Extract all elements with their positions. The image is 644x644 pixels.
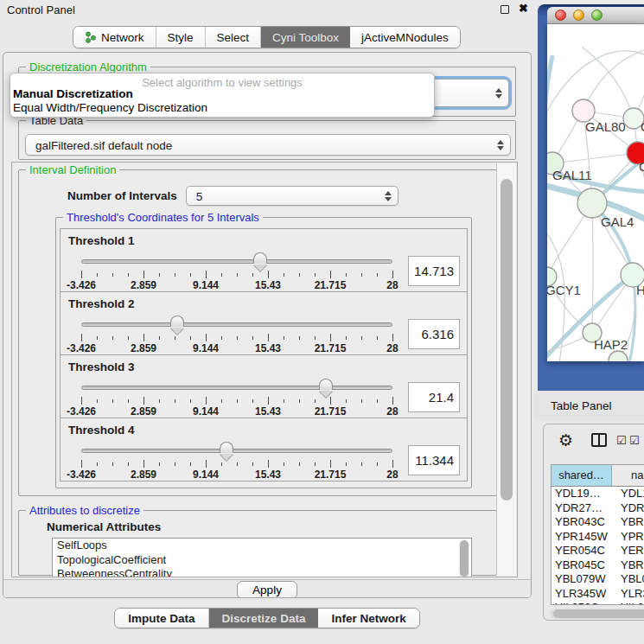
attribute-item-betweennesscentrality[interactable]: BetweennessCentrality (53, 567, 471, 577)
tab-network[interactable]: Network (73, 27, 156, 48)
threshold-value-field[interactable]: 21.4 (408, 382, 460, 412)
table-hscrollbar[interactable] (551, 609, 644, 619)
cell-name: YPR1 (612, 530, 644, 545)
node-table-header: shared… na (552, 465, 644, 487)
slider-thumb[interactable] (170, 316, 184, 327)
discretization-algorithm-title: Discretization Algorithm (26, 61, 150, 73)
apply-button[interactable]: Apply (237, 581, 297, 599)
thresholds-list: Threshold 1-3.4262.8599.14415.4321.71528… (60, 228, 468, 481)
tab-jactivemnodules[interactable]: jActiveMNodules (350, 27, 460, 48)
minimize-window-icon[interactable] (573, 10, 584, 21)
slider-tick-labels: -3.4262.8599.14415.4321.71528 (81, 469, 392, 481)
network-canvas[interactable]: GAL80GAGGAL11GAL4GCY1HHAP2 (547, 24, 644, 361)
node-label: H (636, 283, 644, 297)
gear-icon[interactable]: ⚙ (558, 431, 573, 450)
threshold-value-field[interactable]: 11.344 (408, 445, 460, 475)
cell-shared-name: YPR145W (552, 530, 612, 545)
cyni-bottom-tabs-strip: Impute DataDiscretize DataInfer Network (114, 608, 419, 628)
control-panel-titlebar: Control Panel ✖ (0, 0, 534, 19)
threshold-slider[interactable]: -3.4262.8599.14415.4321.71528 (81, 252, 392, 292)
node-label: G (639, 159, 644, 174)
slider-track[interactable] (81, 259, 392, 264)
attribute-item-topologicalcoefficient[interactable]: TopologicalCoefficient (53, 553, 471, 568)
cell-shared-name: YIL052C (552, 601, 612, 605)
network-edge-thick[interactable] (547, 55, 552, 126)
number-of-intervals-value: 5 (196, 189, 203, 202)
node-label: GCY1 (547, 283, 581, 297)
slider-thumb[interactable] (319, 379, 333, 390)
threshold-panel: Threshold 1-3.4262.8599.14415.4321.71528… (60, 228, 468, 292)
threshold-slider[interactable]: -3.4262.8599.14415.4321.71528 (81, 442, 392, 481)
settings-scrollbar[interactable] (496, 163, 516, 576)
number-of-intervals-select[interactable]: 5 (186, 186, 399, 206)
algorithm-option-equal-width[interactable]: Equal Width/Frequency Discretization (10, 101, 434, 115)
table-row[interactable]: YBL079WYBL0 (552, 572, 644, 587)
table-row[interactable]: YDR27…YDR2 (552, 501, 644, 516)
table-row[interactable]: YBR045CYBR0 (552, 558, 644, 573)
table-row[interactable]: YER054CYER0 (552, 544, 644, 558)
slider-thumb[interactable] (220, 442, 233, 453)
bottom-tab-impute-data[interactable]: Impute Data (115, 609, 208, 628)
tab-select[interactable]: Select (206, 27, 262, 48)
cell-shared-name: YDR27… (552, 501, 612, 516)
tab-cyni-toolbox[interactable]: Cyni Toolbox (261, 27, 350, 48)
slider-tick-labels: -3.4262.8599.14415.4321.71528 (81, 279, 392, 291)
node-table[interactable]: shared… na YDL19…YDL1YDR27…YDR2YBR043CYB… (551, 464, 644, 605)
float-window-icon[interactable] (501, 5, 509, 14)
network-edge[interactable] (552, 153, 638, 163)
numerical-attributes-list[interactable]: SelfLoopsTopologicalCoefficientBetweenne… (52, 538, 472, 577)
cell-shared-name: YDL19… (552, 487, 612, 501)
attribute-item-selfloops[interactable]: SelfLoops (53, 539, 471, 553)
thresholds-group-title: Threshold's Coordinates for 5 Intervals (63, 211, 263, 224)
table-data-select[interactable]: galFiltered.sif default node (25, 134, 511, 156)
screen: Control Panel ✖ NetworkStyleSelectCyni T… (0, 0, 644, 644)
tab-style[interactable]: Style (156, 27, 206, 48)
settings-scrollpane: Interval Definition Number of Intervals … (11, 162, 518, 577)
column-header-shared-name[interactable]: shared… (552, 465, 612, 486)
slider-thumb[interactable] (253, 252, 267, 264)
close-icon[interactable]: ✖ (519, 2, 528, 15)
scrollbar-thumb[interactable] (501, 179, 513, 501)
threshold-label: Threshold 4 (68, 424, 135, 437)
bottom-tab-infer-network[interactable]: Infer Network (318, 609, 418, 628)
tab-label: Select (217, 31, 250, 44)
network-node[interactable] (609, 351, 628, 361)
network-edge[interactable] (592, 203, 593, 333)
bottom-tab-discretize-data[interactable]: Discretize Data (209, 609, 319, 628)
checkbox-icon[interactable]: ☑ (616, 434, 627, 447)
checkbox-icon[interactable]: ☑ (629, 434, 640, 447)
table-row[interactable]: YLR345WYLR3 (552, 587, 644, 602)
attributes-scrollbar[interactable] (459, 540, 469, 577)
cell-name: YLR3 (612, 587, 644, 602)
threshold-value-field[interactable]: 14.713 (408, 256, 460, 286)
column-header-name[interactable]: na (612, 465, 644, 486)
table-row[interactable]: YIL052CYIL0 (552, 601, 644, 605)
network-node-gal4[interactable] (577, 188, 607, 218)
table-panel-title: Table Panel (551, 399, 612, 412)
cell-name: YDR2 (612, 501, 644, 516)
table-row[interactable]: YBR043CYBR0 (552, 515, 644, 530)
apply-bar: Apply (3, 579, 531, 598)
zoom-window-icon[interactable] (591, 10, 603, 21)
slider-track[interactable] (81, 449, 392, 453)
numerical-attributes-heading: Numerical Attributes (47, 520, 161, 533)
algorithm-placeholder-option[interactable]: Select algorithm to view settings (10, 73, 434, 87)
hscrollbar-thumb[interactable] (553, 609, 644, 618)
close-window-icon[interactable] (555, 10, 566, 21)
algorithm-option-manual[interactable]: Manual Discretization (10, 87, 434, 101)
interval-definition-title: Interval Definition (26, 163, 119, 176)
threshold-value-field[interactable]: 6.316 (408, 319, 460, 349)
table-row[interactable]: YDL19…YDL1 (552, 487, 644, 501)
slider-track[interactable] (81, 386, 392, 390)
threshold-label: Threshold 1 (68, 234, 135, 247)
node-table-body: YDL19…YDL1YDR27…YDR2YBR043CYBR0YPR145WYP… (552, 487, 644, 605)
network-edge[interactable] (583, 48, 644, 111)
cell-shared-name: YBR043C (552, 515, 612, 530)
combo-arrows-icon (495, 88, 502, 99)
threshold-slider[interactable]: -3.4262.8599.14415.4321.71528 (81, 316, 392, 355)
threshold-slider[interactable]: -3.4262.8599.14415.4321.71528 (81, 379, 392, 418)
table-row[interactable]: YPR145WYPR1 (552, 530, 644, 545)
attributes-group-title: Attributes to discretize (26, 504, 143, 517)
slider-track[interactable] (81, 322, 392, 327)
split-columns-icon[interactable] (591, 433, 607, 447)
